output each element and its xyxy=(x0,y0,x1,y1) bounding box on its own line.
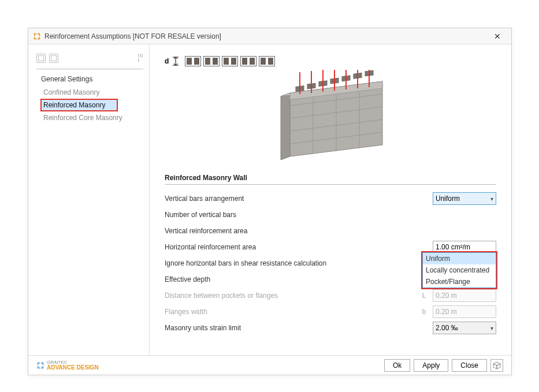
select-arrangement[interactable]: Uniform ▾ xyxy=(433,192,496,205)
svg-marker-11 xyxy=(281,93,290,160)
label-num-bars: Number of vertical bars xyxy=(165,211,415,219)
svg-marker-28 xyxy=(493,362,500,365)
sidebar: ¦⁰ General Settings Confined Masonry Rei… xyxy=(28,44,150,356)
label-flanges: Flanges width xyxy=(165,308,415,316)
app-icon xyxy=(33,32,41,40)
depth-diagram: d xyxy=(165,56,496,66)
label-hra: Horizontal reinforcement area xyxy=(165,243,415,251)
dialog-title: Reinforcement Assumptions [NOT FOR RESAL… xyxy=(44,32,221,40)
option-locally-concentrated[interactable]: Locally concentrated xyxy=(423,264,496,276)
dialog-window: Reinforcement Assumptions [NOT FOR RESAL… xyxy=(28,28,512,375)
paste-icon[interactable] xyxy=(49,54,58,63)
label-strain: Masonry units strain limit xyxy=(165,324,415,332)
input-hra[interactable] xyxy=(433,241,496,253)
titlebar: Reinforcement Assumptions [NOT FOR RESAL… xyxy=(28,28,511,44)
svg-marker-30 xyxy=(497,364,500,369)
main-panel: d xyxy=(150,44,511,356)
chevron-down-icon: ▾ xyxy=(490,325,493,331)
apply-button[interactable]: Apply xyxy=(414,359,448,372)
nav-confined-masonry[interactable]: Confined Masonry xyxy=(41,87,143,98)
select-arrangement-value: Uniform xyxy=(436,195,460,203)
nav-reinforced-masonry[interactable]: Reinforced Masonry xyxy=(41,99,117,111)
section-view xyxy=(185,56,275,66)
footer: GRAITEC ADVANCE DESIGN Ok Apply Close xyxy=(28,355,511,375)
input-flanges xyxy=(433,305,496,318)
close-button[interactable]: Close xyxy=(452,359,487,372)
isometric-wall-icon xyxy=(255,70,406,168)
option-pocket-flange[interactable]: Pocket/Flange xyxy=(423,276,496,288)
select-strain[interactable]: 2.00 ‰ ▾ xyxy=(433,322,496,334)
label-arrangement: Vertical bars arrangement xyxy=(165,195,415,203)
svg-marker-29 xyxy=(493,364,497,369)
label-dist: Distance between pockets or flanges xyxy=(165,292,415,300)
option-uniform[interactable]: Uniform xyxy=(423,253,496,264)
sidebar-toolbar: ¦⁰ xyxy=(36,51,143,69)
symbol-b: b xyxy=(415,308,433,316)
brand-logo: GRAITEC ADVANCE DESIGN xyxy=(36,360,99,371)
nav-heading: General Settings xyxy=(41,75,143,83)
nav-reinforced-core-masonry[interactable]: Reinforced Core Masonry xyxy=(41,112,143,124)
dimension-icon xyxy=(172,56,179,66)
label-eff-depth: Effective depth xyxy=(165,275,415,283)
section-title: Reinforced Masonry Wall xyxy=(165,174,496,182)
copy-icon[interactable] xyxy=(36,54,46,63)
chevron-down-icon: ▾ xyxy=(490,196,493,202)
input-dist xyxy=(433,289,496,302)
dropdown-arrangement: Uniform Locally concentrated Pocket/Flan… xyxy=(422,252,496,288)
depth-symbol: d xyxy=(165,57,169,65)
close-icon[interactable]: ✕ xyxy=(488,32,507,41)
cube-icon[interactable] xyxy=(490,359,503,372)
select-strain-value: 2.00 ‰ xyxy=(436,324,458,332)
label-vra: Vertical reinforcement area xyxy=(165,227,415,235)
symbol-l: L xyxy=(415,292,433,300)
ok-button[interactable]: Ok xyxy=(384,359,410,372)
brand-bottom: ADVANCE DESIGN xyxy=(47,365,99,371)
info-icon[interactable]: ¦⁰ xyxy=(137,53,143,62)
label-ignore: Ignore horizontal bars in shear resistan… xyxy=(165,259,415,267)
